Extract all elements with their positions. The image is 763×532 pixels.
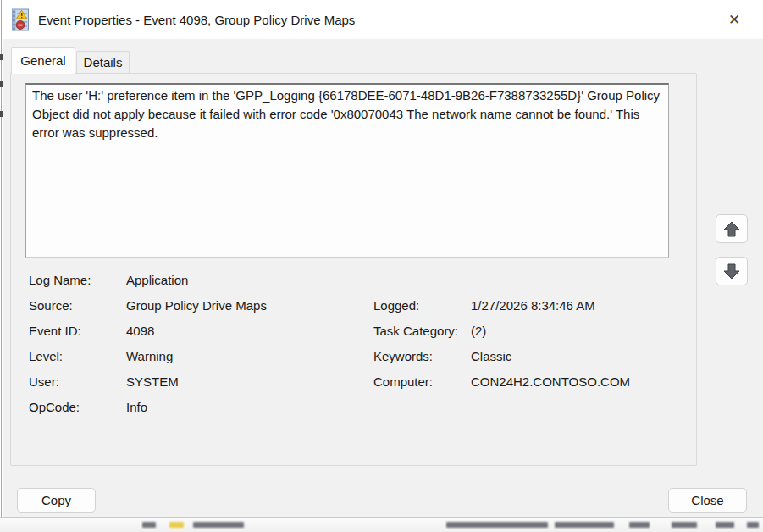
background-artifact [193,522,244,528]
copy-button[interactable]: Copy [17,488,96,513]
next-event-button[interactable] [716,257,748,285]
property-value: Application [126,273,188,287]
property-row-keywords: Keywords: Classic [373,343,630,369]
background-artifact [446,522,548,528]
property-value: Warning [126,349,173,363]
property-label: OpCode: [29,400,126,414]
property-value: Info [126,400,147,414]
property-label: Task Category: [373,324,471,338]
property-value: 1/27/2026 8:34:46 AM [471,298,595,313]
property-row-event-id: Event ID: 4098 [29,318,267,343]
background-artifact [672,522,697,528]
property-label: Computer: [373,374,471,389]
previous-event-button[interactable] [716,214,748,243]
property-value: CON24H2.CONTOSO.COM [471,374,630,389]
property-row-level: Level: Warning [29,343,267,369]
properties-left-column: Log Name: Application Source: Group Poli… [29,267,267,419]
tab-details[interactable]: Details [76,51,130,74]
background-window-bottom-sliver [0,517,763,532]
close-icon[interactable]: ✕ [722,8,746,31]
general-tab-panel: The user 'H:' preference item in the 'GP… [10,73,697,466]
property-label: Logged: [373,298,471,313]
arrow-down-icon [723,263,740,280]
property-row-opcode: OpCode: Info [29,394,267,419]
property-row-source: Source: Group Policy Drive Maps [29,292,267,318]
background-artifact [169,522,184,528]
property-value: Group Policy Drive Maps [126,298,267,313]
event-properties-dialog: Event Properties - Event 4098, Group Pol… [3,0,763,517]
title-bar[interactable]: Event Properties - Event 4098, Group Pol… [3,0,763,39]
property-value: SYSTEM [126,374,179,389]
background-artifact [142,522,156,528]
event-description-box[interactable]: The user 'H:' preference item in the 'GP… [25,83,669,258]
property-label: Event ID: [29,324,126,338]
property-value: Classic [471,349,511,363]
properties-right-column: Logged: 1/27/2026 8:34:46 AM Task Catego… [373,292,630,394]
background-artifact [629,522,650,528]
arrow-up-icon [723,221,740,237]
property-label: Source: [29,298,126,313]
background-artifact [555,522,614,528]
property-label: Level: [29,349,126,363]
property-value: (2) [471,324,486,338]
background-artifact [716,522,734,528]
event-log-warning-icon [10,8,30,31]
property-label: Log Name: [29,273,126,287]
property-row-logged: Logged: 1/27/2026 8:34:46 AM [373,292,630,318]
background-window-edge-line [1,0,2,517]
property-row-user: User: SYSTEM [29,369,267,394]
screenshot-root: Event Properties - Event 4098, Group Pol… [0,0,763,532]
property-row-computer: Computer: CON24H2.CONTOSO.COM [373,369,630,394]
property-value: 4098 [126,324,154,338]
background-artifact [747,522,759,528]
property-row-task-category: Task Category: (2) [373,318,630,343]
property-label: Keywords: [373,349,471,363]
dialog-title: Event Properties - Event 4098, Group Pol… [38,13,355,27]
tab-general[interactable]: General [11,47,75,74]
property-label: User: [29,374,126,389]
close-button[interactable]: Close [668,488,747,513]
property-row-log-name: Log Name: Application [29,267,267,292]
